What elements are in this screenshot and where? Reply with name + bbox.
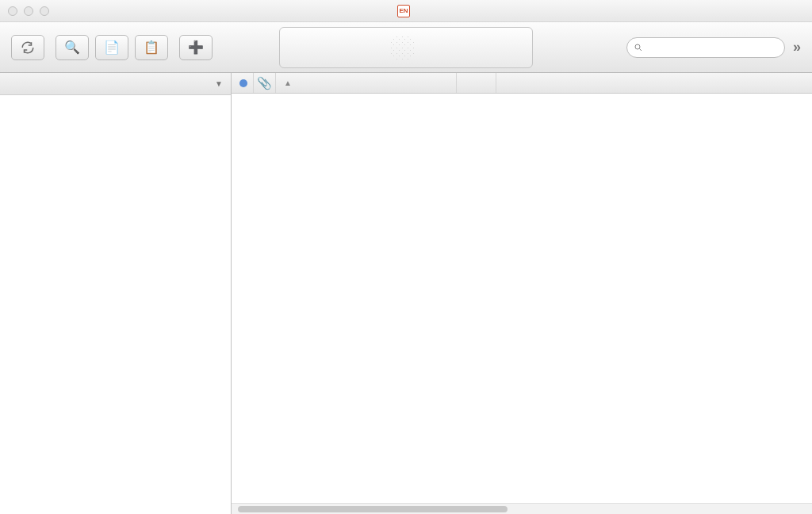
endnote-doc-icon: EN: [397, 5, 410, 17]
svg-point-0: [635, 44, 640, 49]
brand-panel: [279, 27, 533, 68]
col-title[interactable]: [496, 73, 812, 93]
search-icon: [634, 43, 643, 52]
toolbar: 🔍 📄 📋 ➕ »: [0, 22, 812, 73]
new-reference-button[interactable]: 📄: [95, 35, 128, 60]
search-input[interactable]: [626, 37, 785, 58]
table-body[interactable]: [232, 94, 812, 503]
title-bar: EN: [0, 0, 812, 22]
import-button[interactable]: 📋: [135, 35, 168, 60]
dropdown-icon[interactable]: ▼: [215, 79, 223, 88]
col-readstatus[interactable]: [233, 73, 254, 93]
window-title: EN: [0, 5, 812, 17]
svg-line-1: [639, 48, 642, 51]
reference-list: 📎 ▲: [232, 73, 812, 514]
read-status-icon: [239, 79, 247, 87]
col-attachment[interactable]: 📎: [254, 73, 276, 93]
table-header[interactable]: 📎 ▲: [232, 73, 812, 94]
new-group-button[interactable]: ➕: [179, 35, 213, 60]
sidebar: ▼: [0, 73, 232, 514]
col-year[interactable]: [457, 73, 496, 93]
col-author[interactable]: ▲: [276, 73, 457, 93]
scrollbar-thumb[interactable]: [238, 506, 508, 512]
horizontal-scrollbar[interactable]: [232, 503, 812, 514]
find-fulltext-button[interactable]: 🔍: [56, 35, 89, 60]
thomson-reuters-logo-icon: [389, 34, 416, 61]
expand-toolbar-button[interactable]: »: [793, 39, 801, 56]
sidebar-header[interactable]: ▼: [0, 73, 231, 95]
sync-button[interactable]: [11, 35, 44, 60]
paperclip-icon: 📎: [257, 76, 272, 90]
sort-asc-icon: ▲: [284, 79, 292, 87]
